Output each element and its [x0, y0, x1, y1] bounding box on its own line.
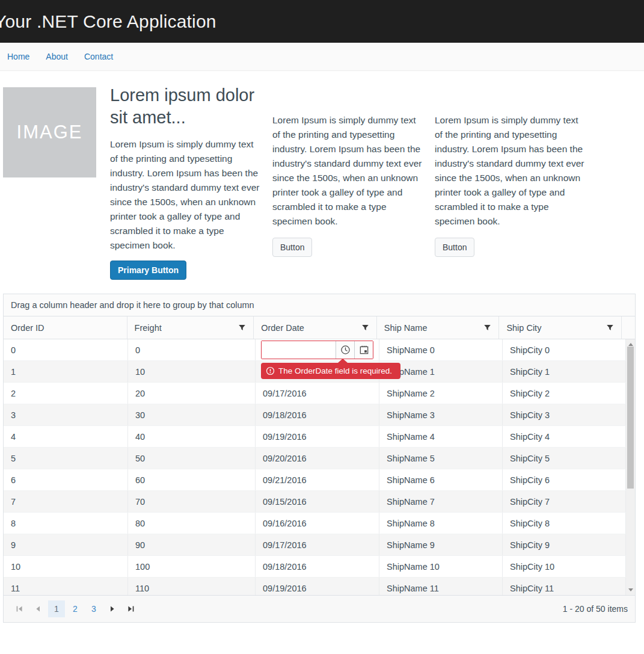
table-cell-ship-name[interactable]: ShipName 7 [379, 491, 503, 512]
secondary-button-1[interactable]: Button [272, 238, 312, 257]
table-cell-ship-city[interactable]: ShipCity 2 [503, 383, 626, 404]
table-cell-freight[interactable]: 60 [128, 469, 256, 490]
table-cell-order-date[interactable]: 09/17/2016 [256, 534, 379, 555]
table-cell-order-date[interactable]: 09/18/2016 [256, 404, 379, 425]
table-cell-ship-city[interactable]: ShipCity 1 [503, 361, 626, 382]
table-cell-ship-name[interactable]: ShipName 0 [379, 339, 503, 360]
table-row[interactable]: 1010009/18/2016ShipName 10ShipCity 10 [4, 556, 626, 578]
table-cell-freight[interactable]: 80 [128, 513, 256, 534]
page: { "app": { "title": "Your .NET Core Appl… [0, 0, 644, 654]
table-cell-ship-city[interactable]: ShipCity 5 [503, 448, 626, 469]
table-row[interactable]: 44009/19/2016ShipName 4ShipCity 4 [4, 426, 626, 448]
table-cell-order-id[interactable]: 0 [4, 339, 128, 360]
table-cell-freight[interactable]: 30 [128, 404, 256, 425]
table-cell-ship-name[interactable]: ShipName 2 [379, 383, 503, 404]
table-cell-ship-city[interactable]: ShipCity 8 [503, 513, 626, 534]
table-cell-ship-name[interactable]: ShipName 8 [379, 513, 503, 534]
table-cell-ship-city[interactable]: ShipCity 3 [503, 404, 626, 425]
table-row[interactable]: 33009/18/2016ShipName 3ShipCity 3 [4, 404, 626, 426]
table-cell-freight[interactable]: 110 [128, 578, 256, 595]
table-cell-ship-city[interactable]: ShipCity 6 [503, 469, 626, 490]
column-title: Freight [135, 323, 162, 333]
table-cell-order-id[interactable]: 11 [4, 578, 128, 595]
table-row[interactable]: 77009/15/2016ShipName 7ShipCity 7 [4, 491, 626, 513]
pager-page-3[interactable]: 3 [85, 600, 102, 617]
pager-prev-button[interactable] [29, 600, 46, 617]
secondary-button-2[interactable]: Button [435, 238, 474, 257]
table-row[interactable]: 66009/21/2016ShipName 6ShipCity 6 [4, 469, 626, 491]
table-row[interactable]: 55009/20/2016ShipName 5ShipCity 5 [4, 448, 626, 469]
table-cell-order-id[interactable]: 8 [4, 513, 128, 534]
nav-item-home[interactable]: Home [7, 52, 29, 61]
table-cell-order-id[interactable]: 9 [4, 534, 128, 555]
table-cell-order-id[interactable]: 6 [4, 469, 128, 490]
table-cell-ship-city[interactable]: ShipCity 10 [503, 556, 626, 577]
grid-group-panel[interactable]: Drag a column header and drop it here to… [4, 294, 635, 316]
table-cell-order-date[interactable]: 09/20/2016 [256, 448, 379, 469]
table-cell-ship-name[interactable]: ShipName 6 [379, 469, 503, 490]
table-cell-ship-name[interactable]: ShipName 9 [379, 534, 503, 555]
table-cell-order-id[interactable]: 2 [4, 383, 128, 404]
table-cell-ship-name[interactable]: ShipName 5 [379, 448, 503, 469]
nav-item-about[interactable]: About [46, 52, 68, 61]
table-cell-ship-city[interactable]: ShipCity 11 [503, 578, 626, 595]
pager-last-button[interactable] [123, 600, 140, 617]
table-cell-freight[interactable]: 0 [128, 339, 256, 360]
filter-icon[interactable] [237, 322, 247, 333]
table-cell-freight[interactable]: 100 [128, 556, 256, 577]
table-cell-ship-name[interactable]: ShipName 10 [379, 556, 503, 577]
table-cell-freight[interactable]: 40 [128, 426, 256, 447]
table-cell-order-date[interactable]: 09/19/2016 [256, 578, 379, 595]
table-cell-order-id[interactable]: 1 [4, 361, 128, 382]
grid-vertical-scrollbar[interactable] [626, 339, 635, 595]
table-cell-freight[interactable]: 20 [128, 383, 256, 404]
table-cell-ship-city[interactable]: ShipCity 9 [503, 534, 626, 555]
table-cell-order-date[interactable]: 09/15/2016 [256, 491, 379, 512]
table-row[interactable]: 1111009/19/2016ShipName 11ShipCity 11 [4, 578, 626, 595]
table-cell-ship-city[interactable]: ShipCity 4 [503, 426, 626, 447]
scroll-down-arrow-icon[interactable] [626, 585, 635, 594]
filter-icon[interactable] [605, 322, 615, 333]
column-header-ship-city[interactable]: Ship City [499, 316, 622, 339]
table-cell-order-id[interactable]: 10 [4, 556, 128, 577]
table-cell-ship-name[interactable]: ShipName 4 [379, 426, 503, 447]
table-cell-order-id[interactable]: 4 [4, 426, 128, 447]
pager-next-button[interactable] [104, 600, 121, 617]
order-date-input[interactable] [262, 341, 336, 359]
table-cell-order-date[interactable]: 09/17/2016 [256, 383, 379, 404]
table-cell-order-date[interactable]: 09/16/2016 [256, 513, 379, 534]
column-header-order-id[interactable]: Order ID [4, 316, 127, 339]
table-cell-order-id[interactable]: 3 [4, 404, 128, 425]
table-cell-ship-city[interactable]: ShipCity 7 [503, 491, 626, 512]
pager-page-1[interactable]: 1 [48, 600, 65, 617]
column-header-freight[interactable]: Freight [127, 316, 254, 339]
column-paragraph: Lorem Ipsum is simply dummy text of the … [435, 113, 586, 229]
scrollbar-thumb[interactable] [627, 347, 634, 489]
table-cell-order-date[interactable]: 09/21/2016 [256, 469, 379, 490]
filter-icon[interactable] [482, 322, 492, 333]
date-picker-button[interactable] [354, 341, 373, 359]
column-header-order-date[interactable]: Order Date [254, 316, 377, 339]
nav-item-contact[interactable]: Contact [84, 52, 113, 61]
table-cell-order-date[interactable]: 09/19/2016 [256, 426, 379, 447]
clock-icon [340, 345, 351, 355]
table-row[interactable]: 88009/16/2016ShipName 8ShipCity 8 [4, 513, 626, 534]
table-cell-freight[interactable]: 70 [128, 491, 256, 512]
table-cell-order-id[interactable]: 7 [4, 491, 128, 512]
table-row[interactable]: 22009/17/2016ShipName 2ShipCity 2 [4, 383, 626, 404]
table-cell-ship-city[interactable]: ShipCity 0 [503, 339, 626, 360]
table-row[interactable]: 99009/17/2016ShipName 9ShipCity 9 [4, 534, 626, 556]
table-cell-freight[interactable]: 50 [128, 448, 256, 469]
table-cell-order-date[interactable]: 09/18/2016 [256, 556, 379, 577]
primary-button[interactable]: Primary Button [110, 261, 186, 280]
table-cell-freight[interactable]: 10 [128, 361, 256, 382]
table-cell-freight[interactable]: 90 [128, 534, 256, 555]
time-picker-button[interactable] [336, 341, 354, 359]
pager-first-button[interactable] [11, 600, 28, 617]
filter-icon[interactable] [360, 322, 370, 333]
table-cell-order-id[interactable]: 5 [4, 448, 128, 469]
table-cell-ship-name[interactable]: ShipName 3 [379, 404, 503, 425]
column-header-ship-name[interactable]: Ship Name [377, 316, 500, 339]
table-cell-ship-name[interactable]: ShipName 11 [379, 578, 503, 595]
pager-page-2[interactable]: 2 [67, 600, 84, 617]
